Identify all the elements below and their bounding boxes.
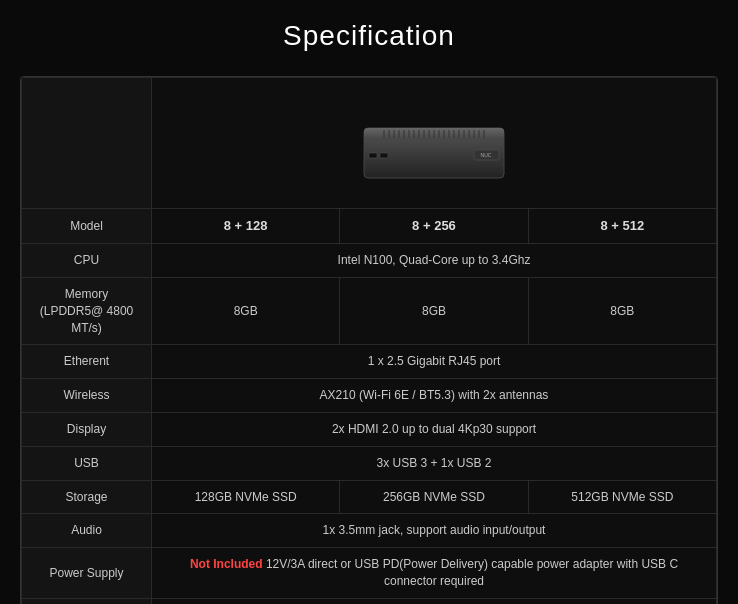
memory-col3: 8GB — [528, 277, 716, 344]
svg-rect-24 — [380, 153, 388, 158]
audio-row: Audio 1x 3.5mm jack, support audio input… — [22, 514, 717, 548]
ethernet-label: Etherent — [22, 345, 152, 379]
model-col3: 8 + 512 — [528, 209, 716, 244]
model-row: Model 8 + 128 8 + 256 8 + 512 — [22, 209, 717, 244]
memory-col1: 8GB — [152, 277, 340, 344]
wireless-label: Wireless — [22, 379, 152, 413]
others-label: Others — [22, 598, 152, 604]
display-label: Display — [22, 412, 152, 446]
display-row: Display 2x HDMI 2.0 up to dual 4Kp30 sup… — [22, 412, 717, 446]
svg-rect-23 — [369, 153, 377, 158]
storage-label: Storage — [22, 480, 152, 514]
cpu-label: CPU — [22, 244, 152, 278]
ethernet-value: 1 x 2.5 Gigabit RJ45 port — [152, 345, 717, 379]
usb-label: USB — [22, 446, 152, 480]
storage-row: Storage 128GB NVMe SSD 256GB NVMe SSD 51… — [22, 480, 717, 514]
memory-label: Memory (LPDDR5@ 4800 MT/s) — [22, 277, 152, 344]
spec-table-wrapper: NUC Model 8 + 128 8 + 256 8 + 512 CPU In… — [20, 76, 718, 604]
product-image-cell: NUC — [152, 78, 717, 209]
storage-col1: 128GB NVMe SSD — [152, 480, 340, 514]
svg-text:NUC: NUC — [481, 152, 492, 158]
spec-table: NUC Model 8 + 128 8 + 256 8 + 512 CPU In… — [21, 77, 717, 604]
wireless-value: AX210 (Wi-Fi 6E / BT5.3) with 2x antenna… — [152, 379, 717, 413]
usb-row: USB 3x USB 3 + 1x USB 2 — [22, 446, 717, 480]
power-supply-detail: 12V/3A direct or USB PD(Power Delivery) … — [266, 557, 678, 588]
page-container: Specification — [0, 0, 738, 604]
cpu-row: CPU Intel N100, Quad-Core up to 3.4Ghz — [22, 244, 717, 278]
wireless-row: Wireless AX210 (Wi-Fi 6E / BT5.3) with 2… — [22, 379, 717, 413]
image-row: NUC — [22, 78, 717, 209]
memory-row: Memory (LPDDR5@ 4800 MT/s) 8GB 8GB 8GB — [22, 277, 717, 344]
model-col1: 8 + 128 — [152, 209, 340, 244]
storage-col2: 256GB NVMe SSD — [340, 480, 528, 514]
ethernet-row: Etherent 1 x 2.5 Gigabit RJ45 port — [22, 345, 717, 379]
power-supply-value: Not Included 12V/3A direct or USB PD(Pow… — [152, 548, 717, 599]
audio-value: 1x 3.5mm jack, support audio input/outpu… — [152, 514, 717, 548]
power-supply-label: Power Supply — [22, 548, 152, 599]
image-label-cell — [22, 78, 152, 209]
others-row: Others 1x Power Button 1x R(Recovery) Bu… — [22, 598, 717, 604]
display-value: 2x HDMI 2.0 up to dual 4Kp30 support — [152, 412, 717, 446]
memory-col2: 8GB — [340, 277, 528, 344]
others-value: 1x Power Button 1x R(Recovery) Button 1x… — [152, 598, 717, 604]
cpu-value: Intel N100, Quad-Core up to 3.4Ghz — [152, 244, 717, 278]
model-label: Model — [22, 209, 152, 244]
product-image: NUC — [334, 98, 534, 188]
page-title: Specification — [20, 20, 718, 52]
usb-value: 3x USB 3 + 1x USB 2 — [152, 446, 717, 480]
not-included-text: Not Included — [190, 557, 263, 571]
storage-col3: 512GB NVMe SSD — [528, 480, 716, 514]
power-supply-row: Power Supply Not Included 12V/3A direct … — [22, 548, 717, 599]
audio-label: Audio — [22, 514, 152, 548]
model-col2: 8 + 256 — [340, 209, 528, 244]
